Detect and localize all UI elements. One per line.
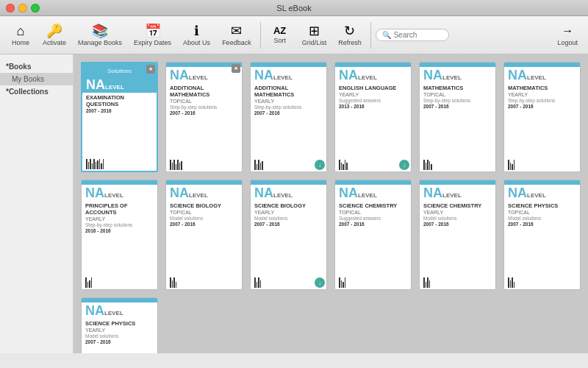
book-card-10[interactable]: NA LEVEL SCIENCE CHEMISTRY TOPICAL Sugge… xyxy=(334,180,412,290)
na-text-7: NA xyxy=(85,186,104,199)
book-type-10: TOPICAL xyxy=(339,210,407,215)
book-subject-7: PRINCIPLES OF ACCOUNTS xyxy=(85,202,154,216)
sidebar: *Books My Books *Collections xyxy=(0,54,74,353)
book-subtitle-4: Suggested answers xyxy=(339,98,407,103)
solutions-text: Solutions xyxy=(107,68,132,74)
book-card-1[interactable]: Solutions NA LEVEL Examination Questions… xyxy=(81,62,158,172)
barcode-11 xyxy=(420,275,495,289)
book-title-2: ADDITIONAL MATHEMATICS TOPICAL Step-by-s… xyxy=(166,83,242,158)
level-text-7: LEVEL xyxy=(104,192,123,199)
toolbar-separator-1 xyxy=(260,22,261,49)
expiry-label: Expiry Dates xyxy=(134,39,171,46)
window-controls[interactable] xyxy=(6,4,40,13)
home-button[interactable]: ⌂ Home xyxy=(6,22,35,49)
logout-label: Logout xyxy=(557,39,578,46)
book-card-7[interactable]: NA LEVEL PRINCIPLES OF ACCOUNTS YEARLY S… xyxy=(81,180,158,290)
book-card-6[interactable]: NA LEVEL MATHEMATICS YEARLY Step-by-step… xyxy=(503,62,581,172)
level-text-10: LEVEL xyxy=(358,192,377,199)
barcode-lines-10 xyxy=(339,277,345,288)
search-input[interactable] xyxy=(394,31,449,39)
book-card-4[interactable]: NA LEVEL ENGLISH LANGUAGE YEARLY Suggest… xyxy=(334,62,412,172)
na-text-3: NA xyxy=(254,68,273,82)
book-type-9: YEARLY xyxy=(254,210,323,215)
barcode-lines-5 xyxy=(423,160,432,170)
logout-icon: → xyxy=(562,24,573,38)
book-years-4: 2013 - 2016 xyxy=(339,104,407,109)
sidebar-section-books[interactable]: *Books xyxy=(0,60,73,73)
grid-label: Grid/List xyxy=(302,39,327,46)
about-button[interactable]: ℹ About Us xyxy=(179,22,215,49)
book-title-12: SCIENCE PHYSICS TOPICAL Model solutions … xyxy=(504,201,580,275)
barcode-lines-1 xyxy=(86,159,104,169)
activate-icon: 🔑 xyxy=(46,24,62,38)
book-type-2: TOPICAL xyxy=(170,99,238,104)
book-card-12[interactable]: NA LEVEL SCIENCE PHYSICS TOPICAL Model s… xyxy=(503,180,581,290)
sort-label: Sort xyxy=(273,37,286,44)
book-subject-3: ADDITIONAL MATHEMATICS xyxy=(254,85,323,98)
book-subtitle-5: Step-by-step solutions xyxy=(423,98,492,103)
logout-button[interactable]: → Logout xyxy=(553,22,582,49)
book-grid-container: Solutions NA LEVEL Examination Questions… xyxy=(74,54,588,353)
manage-books-button[interactable]: 📚 Manage Books xyxy=(74,22,126,49)
book-title-8: SCIENCE BIOLOGY TOPICAL Model solutions … xyxy=(166,201,242,275)
book-card-11[interactable]: NA LEVEL SCIENCE CHEMISTRY YEARLY Model … xyxy=(419,180,496,290)
barcode-2 xyxy=(166,158,242,171)
book-years-5: 2007 - 2016 xyxy=(423,104,492,109)
book-card-5[interactable]: NA LEVEL MATHEMATICS TOPICAL Step-by-ste… xyxy=(419,62,496,172)
search-icon: 🔍 xyxy=(382,31,391,39)
level-text-1: LEVEL xyxy=(105,84,124,91)
download-badge-4: ↓ xyxy=(399,160,409,170)
expiry-dates-button[interactable]: 📅 Expiry Dates xyxy=(129,22,176,49)
sidebar-section-collections[interactable]: *Collections xyxy=(0,85,73,98)
book-title-4: ENGLISH LANGUAGE YEARLY Suggested answer… xyxy=(335,83,411,158)
book-years-10: 2007 - 2016 xyxy=(339,222,407,227)
barcode-6 xyxy=(504,158,580,171)
book-years-6: 2007 - 2016 xyxy=(508,104,576,109)
book-card-2[interactable]: NA LEVEL ADDITIONAL MATHEMATICS TOPICAL … xyxy=(165,62,243,172)
book-type-4: YEARLY xyxy=(339,92,407,97)
minimize-button[interactable] xyxy=(18,4,27,13)
feedback-label: Feedback xyxy=(222,39,251,46)
book-title-3: ADDITIONAL MATHEMATICS YEARLY Step-by-st… xyxy=(251,83,326,158)
book-card-9[interactable]: NA LEVEL SCIENCE BIOLOGY YEARLY Model so… xyxy=(250,180,327,290)
barcode-lines-2 xyxy=(170,160,182,170)
grid-list-button[interactable]: ⊞ Grid/List xyxy=(298,22,331,49)
barcode-lines-4 xyxy=(339,160,348,170)
refresh-button[interactable]: ↻ Refresh xyxy=(334,22,366,49)
home-icon: ⌂ xyxy=(17,24,25,38)
book-card-8[interactable]: NA LEVEL SCIENCE BIOLOGY TOPICAL Model s… xyxy=(165,180,243,290)
about-icon: ℹ xyxy=(194,24,199,38)
window-title: SL eBook xyxy=(276,4,311,13)
book-card-13[interactable]: NA LEVEL SCIENCE PHYSICS YEARLY Model so… xyxy=(81,297,158,353)
maximize-button[interactable] xyxy=(31,4,40,13)
book-subtitle-2: Step-by-step solutions xyxy=(170,105,238,110)
feedback-button[interactable]: ✉ Feedback xyxy=(218,22,256,49)
level-text-2: LEVEL xyxy=(189,74,208,81)
book-subtitle-8: Model solutions xyxy=(170,216,238,221)
close-button[interactable] xyxy=(6,4,15,13)
level-text-5: LEVEL xyxy=(442,74,462,81)
book-subject-8: SCIENCE BIOLOGY xyxy=(170,202,238,209)
activate-button[interactable]: 🔑 Activate xyxy=(38,22,71,49)
book-subject-1: Examination Questions xyxy=(86,94,153,107)
star-badge-2: ★ xyxy=(232,64,240,73)
book-card-3[interactable]: NA LEVEL ADDITIONAL MATHEMATICS YEARLY S… xyxy=(250,62,327,172)
main-layout: *Books My Books *Collections Solutions N… xyxy=(0,54,588,353)
level-text-12: LEVEL xyxy=(527,192,546,199)
barcode-lines-7 xyxy=(85,277,92,288)
search-box[interactable]: 🔍 xyxy=(376,29,449,41)
level-text-8: LEVEL xyxy=(189,192,208,199)
barcode-1 xyxy=(82,157,157,171)
na-text-9: NA xyxy=(254,186,273,199)
sidebar-item-mybooks[interactable]: My Books xyxy=(0,73,73,85)
book-years-2: 2007 - 2016 xyxy=(170,110,238,116)
barcode-8 xyxy=(166,275,242,289)
book-subject-2: ADDITIONAL MATHEMATICS xyxy=(170,85,238,98)
na-text-10: NA xyxy=(339,186,358,199)
title-bar: SL eBook xyxy=(0,0,588,16)
sort-button[interactable]: AZ Sort xyxy=(265,24,295,46)
barcode-7 xyxy=(82,275,157,289)
barcode-10 xyxy=(335,275,411,289)
book-type-5: TOPICAL xyxy=(423,92,492,97)
na-text-8: NA xyxy=(170,186,189,199)
